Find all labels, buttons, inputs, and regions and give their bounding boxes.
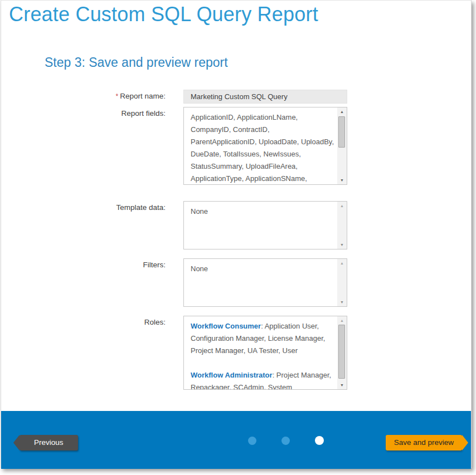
step-heading: Step 3: Save and preview report [45, 55, 228, 70]
report-form: *Report name: Report fields: Application… [1, 90, 471, 390]
roles-box[interactable]: Workflow Consumer: Application User, Con… [183, 316, 347, 390]
required-asterisk: * [116, 92, 119, 100]
report-name-label: *Report name: [1, 90, 166, 100]
role-group: Workflow Consumer: Application User, Con… [191, 320, 335, 357]
step-dot [315, 436, 324, 445]
template-data-value: None [184, 202, 337, 249]
save-and-preview-button[interactable]: Save and preview [386, 435, 462, 450]
step-dot [248, 437, 256, 445]
scroll-up-icon[interactable]: ▲ [337, 107, 347, 116]
roles-label: Roles: [1, 316, 166, 326]
report-name-input[interactable] [183, 90, 347, 104]
roles-scrollbar[interactable]: ▲ ▼ [337, 316, 347, 389]
filters-scrollbar[interactable]: ▲ ▼ [337, 259, 347, 306]
filters-row: Filters: None ▲ ▼ [1, 258, 471, 307]
filters-value: None [184, 259, 337, 306]
template-data-label: Template data: [1, 201, 166, 212]
step-dot [281, 437, 290, 445]
filters-box[interactable]: None ▲ ▼ [183, 258, 347, 307]
arrow-right-icon [462, 435, 468, 450]
scroll-down-icon[interactable]: ▼ [337, 176, 347, 184]
scroll-thumb[interactable] [338, 325, 345, 379]
scroll-down-icon[interactable]: ▼ [337, 298, 347, 306]
scroll-thumb[interactable] [338, 116, 345, 148]
template-data-row: Template data: None ▲ ▼ [1, 201, 471, 249]
scroll-up-icon[interactable]: ▲ [337, 202, 347, 210]
scroll-up-icon[interactable]: ▲ [337, 316, 347, 325]
wizard-page: Create Custom SQL Query Report Step 3: S… [1, 0, 472, 468]
wizard-footer-bar: Previous Save and preview [1, 411, 471, 469]
template-data-scrollbar[interactable]: ▲ ▼ [337, 202, 347, 249]
step-progress-dots [248, 437, 324, 445]
page-title: Create Custom SQL Query Report [9, 3, 318, 26]
report-fields-scrollbar[interactable]: ▲ ▼ [337, 107, 347, 184]
scroll-down-icon[interactable]: ▼ [337, 241, 347, 249]
report-fields-box[interactable]: ApplicationID, ApplicationLName, Company… [183, 107, 347, 185]
roles-row: Roles: Workflow Consumer: Application Us… [1, 316, 471, 390]
template-data-box[interactable]: None ▲ ▼ [183, 201, 347, 249]
roles-value: Workflow Consumer: Application User, Con… [184, 316, 337, 389]
scroll-up-icon[interactable]: ▲ [337, 259, 347, 267]
previous-button[interactable]: Previous [20, 435, 78, 450]
arrow-left-icon [13, 435, 20, 450]
report-fields-label: Report fields: [1, 107, 166, 117]
role-group-name: Workflow Administrator [191, 371, 273, 379]
role-group-name: Workflow Consumer [191, 322, 261, 330]
scroll-down-icon[interactable]: ▼ [337, 381, 347, 389]
role-group: Workflow Administrator: Project Manager,… [191, 369, 335, 389]
report-fields-value: ApplicationID, ApplicationLName, Company… [184, 107, 337, 184]
report-name-row: *Report name: [1, 90, 471, 104]
filters-label: Filters: [1, 258, 166, 269]
report-fields-row: Report fields: ApplicationID, Applicatio… [1, 107, 471, 185]
